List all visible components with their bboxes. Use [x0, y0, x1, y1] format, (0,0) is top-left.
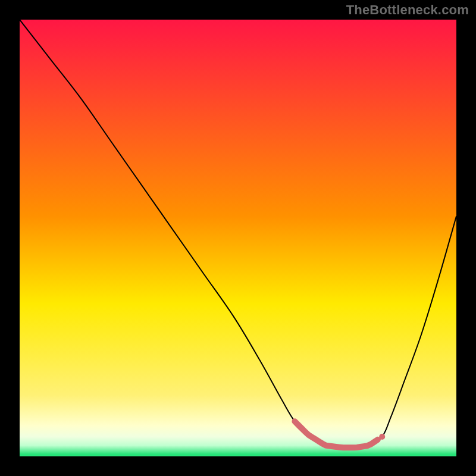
plot-area	[20, 20, 456, 456]
gradient-background	[20, 20, 456, 456]
valley-end-dot	[379, 434, 385, 440]
watermark-text: TheBottleneck.com	[346, 2, 469, 18]
chart-frame: TheBottleneck.com	[0, 0, 476, 476]
chart-svg	[20, 20, 456, 456]
